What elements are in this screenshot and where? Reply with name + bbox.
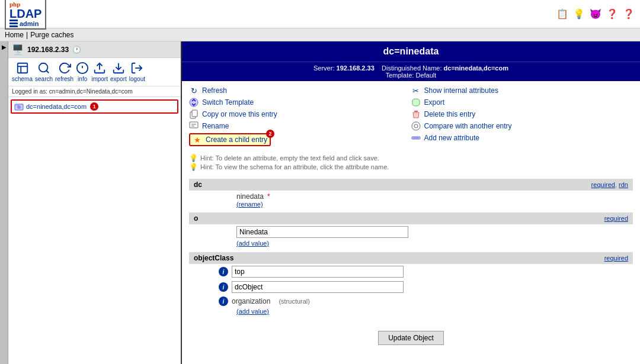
server-label: Server: [313,65,334,72]
actions-right: ✂ Show internal attributes Export Delete… [411,86,633,146]
export-action[interactable]: export [110,62,127,82]
attr-name-dc[interactable]: dc [194,181,202,189]
logo-area: php LDAP admin [5,0,46,30]
switch-template-link[interactable]: Switch Template [189,98,411,107]
rename-link[interactable]: Rename [189,121,411,131]
tree-badge-1: 1 [90,102,98,111]
actions-area: ↻ Refresh Switch Template Copy or move t… [182,81,640,151]
copy-move-label: Copy or move this entry [202,110,277,118]
attr-meta-required-dc[interactable]: required [591,181,615,188]
clock-icon: 🕐 [72,46,81,54]
home-link[interactable]: Home [5,31,24,39]
switch-template-label: Switch Template [202,98,254,107]
tree-item-label: dc=ninedata,dc=com [26,103,87,110]
server-value: 192.168.2.33 [337,65,375,72]
notes-icon[interactable]: 📋 [556,8,569,21]
show-internal-label: Show internal attributes [424,86,498,95]
logo-box: php LDAP admin [5,0,46,30]
purge-caches-link[interactable]: Purge caches [30,31,73,39]
info-action[interactable]: info [76,62,89,82]
show-internal-link[interactable]: ✂ Show internal attributes [411,86,633,95]
sidebar-header: 🖥️ 192.168.2.33 🕐 [8,41,181,58]
logo-bar-1 [9,20,18,21]
export-entry-icon [411,98,421,107]
rename-icon [189,121,199,131]
nav-separator: | [26,31,28,39]
attr-section-o: o required (add value) [189,212,633,247]
attr-meta-rdn-dc[interactable]: rdn [619,181,628,188]
refresh-action[interactable]: refresh [55,62,73,82]
attr-name-objectclass[interactable]: objectClass [194,254,233,262]
schema-action[interactable]: schema [12,62,33,82]
hint-text-1: Hint: To delete an attribute, empty the … [200,154,379,162]
page-title: dc=ninedata [383,46,439,56]
top-icons: 📋 💡 😈 ❓ ❓ [556,8,635,21]
svg-point-22 [414,124,418,128]
attr-meta-objectclass: required [604,255,628,262]
attr-meta-required-objectclass[interactable]: required [604,255,628,262]
attr-meta-dc: required, rdn [591,181,628,188]
svg-rect-15 [192,110,197,117]
help-icon-top[interactable]: ❓ [606,8,619,21]
logged-as-label: Logged in as: cn=admin,dc=Ninedata,dc=co… [8,86,181,97]
attr-meta-required-o[interactable]: required [604,215,628,222]
info-icon-organization[interactable]: i [219,297,228,306]
star-icon: ★ [193,135,202,144]
copy-move-link[interactable]: Copy or move this entry [189,109,411,119]
import-action[interactable]: import [91,62,108,82]
sidebar-collapse-button[interactable]: ▶ [0,41,8,364]
logout-action[interactable]: logout [129,62,145,82]
devil-icon[interactable]: 😈 [589,8,602,21]
export-entry-link[interactable]: Export [411,98,633,107]
attr-section-dc: dc required, rdn ninedata * (rename) [189,179,633,208]
template-value: Default [415,72,436,79]
content-area: dc=ninedata Server: 192.168.2.33 Disting… [182,41,640,364]
attr-rename-dc[interactable]: (rename) [189,201,633,208]
add-attribute-label: Add new attribute [424,134,479,142]
attributes-area: dc required, rdn ninedata * (rename) o [182,174,640,325]
sidebar: 🖥️ 192.168.2.33 🕐 schema search refresh … [8,41,182,364]
objectclass-dcobject-input[interactable] [232,281,404,293]
server-ip-label: 192.168.2.33 [27,46,69,54]
create-child-link[interactable]: ★ Create a child entry 2 [189,133,271,146]
server-icon: 🖥️ [12,44,24,55]
attr-header-objectclass: objectClass required [189,252,633,264]
attr-name-o[interactable]: o [194,214,198,223]
dn-value: dc=ninedata,dc=com [444,65,508,72]
logo-ldap: LDAP [9,8,41,20]
update-object-button[interactable]: Update Object [378,331,444,345]
scissors-icon: ✂ [411,86,421,95]
hints-area: 💡 Hint: To delete an attribute, empty th… [182,151,640,174]
refresh-label: Refresh [202,86,227,95]
actions-left: ↻ Refresh Switch Template Copy or move t… [189,86,411,146]
refresh-link[interactable]: ↻ Refresh [189,86,411,95]
compare-icon [411,121,421,131]
hint-row-1: 💡 Hint: To delete an attribute, empty th… [189,154,633,162]
svg-point-21 [412,122,420,130]
info-icon-top[interactable]: i [219,267,228,276]
rename-dc-link[interactable]: (rename) [236,201,263,208]
structural-label: (structural) [279,298,310,305]
o-add-value-link[interactable]: (add value) [236,240,269,247]
template-label: Template: [386,72,414,79]
info-icon-dcobject[interactable]: i [219,282,228,292]
search-action[interactable]: search [35,62,53,82]
svg-point-12 [17,105,21,109]
rename-label: Rename [202,122,229,130]
dc-value-text: ninedata [236,192,264,201]
add-attribute-link[interactable]: Add new attribute [411,133,633,143]
hint-text-2: Hint: To view the schema for an attribut… [200,163,389,170]
objectclass-top-input[interactable] [232,266,404,278]
compare-link[interactable]: Compare with another entry [411,121,633,131]
attr-value-row-dc: ninedata * [189,191,633,201]
objectclass-add-value-link[interactable]: (add value) [194,308,269,315]
tree-item-dc[interactable]: dc=ninedata,dc=com 1 [11,99,178,114]
o-value-input[interactable] [236,226,408,238]
attr-meta-o: required [604,215,628,222]
lightbulb-icon[interactable]: 💡 [572,8,585,21]
delete-icon [411,109,421,119]
question-icon-top[interactable]: ❓ [622,8,635,21]
refresh-icon: ↻ [189,86,199,95]
svg-line-4 [46,70,49,73]
delete-link[interactable]: Delete this entry [411,109,633,119]
